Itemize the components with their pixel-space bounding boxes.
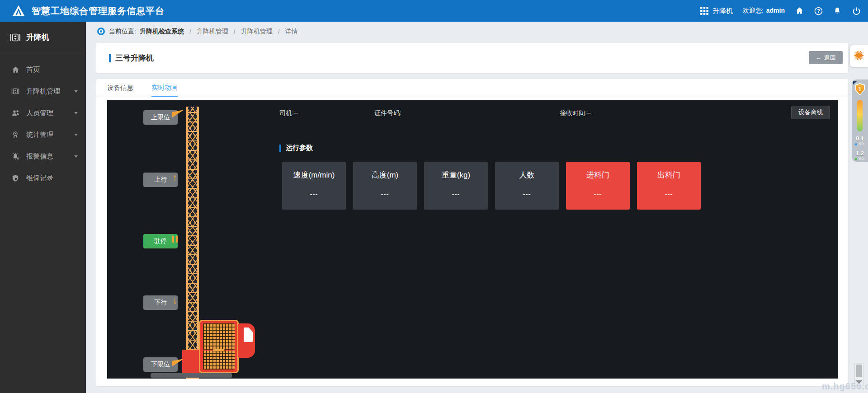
- param-value: ---: [495, 190, 559, 198]
- scrollbar-thumb[interactable]: [856, 365, 862, 377]
- param-label: 高度(m): [353, 170, 417, 180]
- logo-icon: [12, 5, 25, 17]
- sidebar-item-label: 统计管理: [26, 131, 53, 139]
- welcome-text: 欢迎您:admin: [743, 7, 785, 15]
- svg-text:?: ?: [817, 8, 820, 14]
- param-card-people-count: 人数 ---: [495, 162, 559, 210]
- sidebar-item-label: 维保记录: [26, 174, 53, 182]
- shield-badge-icon: 1: [854, 83, 865, 95]
- app-switcher-label: 升降机: [712, 7, 733, 15]
- param-card-speed: 速度(m/min) ---: [282, 162, 346, 210]
- download-speed-widget[interactable]: 1 0.1 K/s 1.2 K/s: [852, 80, 868, 162]
- param-label: 人数: [495, 170, 559, 180]
- bell-icon[interactable]: [833, 6, 842, 15]
- section-running-params: 运行参数: [279, 144, 313, 152]
- section-accent-bar: [279, 145, 281, 152]
- home-icon[interactable]: [795, 6, 804, 15]
- chevron-down-icon: [74, 90, 78, 93]
- sidebar-item-home[interactable]: 首页: [0, 59, 86, 80]
- power-icon[interactable]: [852, 6, 861, 15]
- arrow-up-icon: ↑: [172, 173, 177, 182]
- breadcrumb-separator: /: [189, 28, 191, 35]
- sidebar-item-label: 人员管理: [26, 109, 53, 117]
- sidebar-item-alarms[interactable]: 报警信息: [0, 145, 86, 167]
- tab-bar: 设备信息 实时动画: [96, 79, 848, 97]
- sidebar-item-label: 首页: [26, 66, 40, 74]
- pause-icon: [172, 236, 178, 243]
- breadcrumb-prefix: 当前位置:: [109, 28, 136, 36]
- green-dot-icon: [855, 158, 857, 160]
- blue-dot-icon: [855, 143, 857, 145]
- cage-latch: [213, 349, 225, 351]
- sidebar: 升降机 首页 升降机管理: [0, 22, 86, 393]
- back-button-label: 返回: [824, 54, 836, 62]
- section-title-label: 运行参数: [286, 144, 313, 152]
- home-icon: [11, 66, 20, 74]
- receive-time-value: --: [587, 109, 591, 117]
- device-offline-button[interactable]: 设备离线: [791, 106, 830, 119]
- driver-value: --: [294, 109, 298, 117]
- param-value: ---: [566, 190, 630, 198]
- param-label: 重量(kg): [424, 170, 488, 180]
- lift-icon: [11, 88, 20, 95]
- param-label: 速度(m/min): [282, 170, 346, 180]
- param-value: ---: [424, 190, 488, 198]
- title-accent-bar: [109, 54, 111, 62]
- flag-icon: [172, 110, 184, 117]
- speed-readout-up: 1.2 K/s: [855, 150, 864, 161]
- sidebar-item-statistics[interactable]: 统计管理: [0, 124, 86, 145]
- breadcrumb-item[interactable]: 详情: [285, 28, 298, 36]
- receive-time-field: 接收时间:--: [560, 109, 591, 117]
- param-label: 出料门: [637, 170, 701, 180]
- arrow-down-icon: ↓: [172, 295, 177, 305]
- sidebar-item-personnel[interactable]: 人员管理: [0, 102, 86, 124]
- sidebar-header: 升降机: [0, 22, 86, 53]
- sidebar-header-label: 升降机: [26, 32, 49, 42]
- people-icon: [11, 109, 20, 117]
- lift-icon: [10, 33, 21, 42]
- breadcrumb-root: 升降机检查系统: [140, 28, 184, 36]
- chevron-down-icon: [74, 112, 78, 114]
- elevator-cab-graphic: [238, 323, 255, 358]
- param-card-inlet-door: 进料门 ---: [566, 162, 630, 210]
- param-value: ---: [637, 190, 701, 198]
- app-switcher[interactable]: 升降机: [700, 6, 733, 15]
- elevator-mast-graphic: [186, 107, 199, 379]
- speed-gradient-bar: [857, 100, 863, 131]
- page-title: 三号升降机: [115, 53, 154, 63]
- breadcrumb: 当前位置: 升降机检查系统 / 升降机管理 / 升降机管理 / 详情: [97, 27, 298, 36]
- cage-mesh-lower: [203, 351, 235, 370]
- back-button[interactable]: ← 返回: [809, 51, 843, 64]
- elevator-cage-graphic: [199, 320, 239, 373]
- monitor-panel: 上限位 上行 ↑ 驻停 下行 ↓ 下限位 司机:-- 证件号码: 接收时间:--…: [107, 100, 838, 379]
- elevator-mast-base: [182, 350, 200, 376]
- page-header-card: 三号升降机 ← 返回: [96, 43, 848, 73]
- flag-icon: [172, 359, 184, 366]
- param-card-weight: 重量(kg) ---: [424, 162, 488, 210]
- param-cards: 速度(m/min) --- 高度(m) --- 重量(kg) --- 人数 --…: [282, 162, 701, 210]
- shield-icon: [11, 174, 20, 182]
- detail-card: 设备信息 实时动画 上限位 上行 ↑ 驻停 下行 ↓ 下限位: [96, 79, 848, 386]
- location-pin-icon: [97, 27, 105, 36]
- help-icon[interactable]: ?: [814, 6, 823, 15]
- browser-extension-widget[interactable]: ✺: [850, 45, 868, 67]
- breadcrumb-separator: /: [278, 28, 280, 35]
- app-title: 智慧工地综合管理服务信息平台: [32, 5, 165, 17]
- cab-window: [244, 328, 253, 342]
- breadcrumb-item[interactable]: 升降机管理: [241, 28, 273, 36]
- back-arrow-icon: ←: [816, 54, 821, 61]
- sidebar-item-maintenance[interactable]: 维保记录: [0, 167, 86, 189]
- speed-readout-down: 0.1 K/s: [855, 136, 864, 146]
- topbar: 智慧工地综合管理服务信息平台 升降机 欢迎您:admin: [0, 0, 868, 22]
- tab-device-info[interactable]: 设备信息: [107, 79, 133, 97]
- ground-platform: [151, 373, 232, 378]
- sidebar-item-label: 报警信息: [26, 152, 53, 161]
- app-canvas: 智慧工地综合管理服务信息平台 升降机 欢迎您:admin: [0, 0, 868, 393]
- breadcrumb-item[interactable]: 升降机管理: [197, 28, 228, 36]
- tab-realtime-animation[interactable]: 实时动画: [151, 79, 178, 97]
- param-card-height: 高度(m) ---: [353, 162, 417, 210]
- apps-grid-icon: [700, 6, 709, 15]
- param-label: 进料门: [566, 170, 630, 180]
- sidebar-item-lift-management[interactable]: 升降机管理: [0, 80, 86, 102]
- sidebar-menu: 首页 升降机管理: [0, 53, 86, 189]
